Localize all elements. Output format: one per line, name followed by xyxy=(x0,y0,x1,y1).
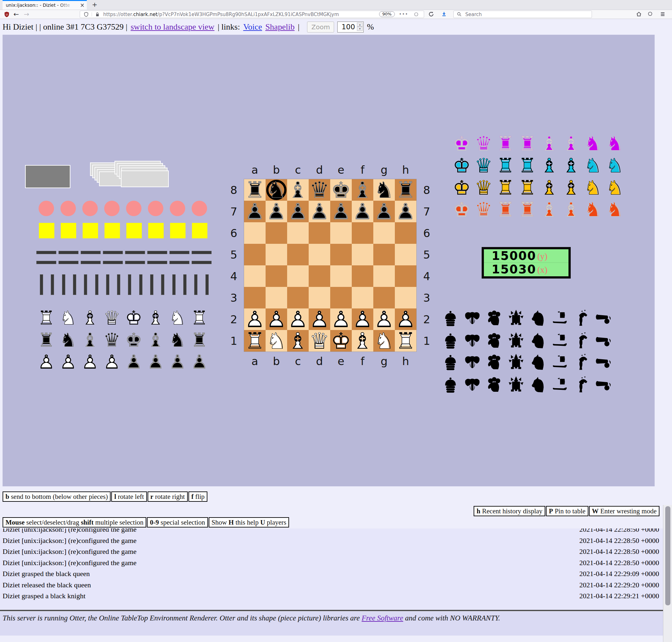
board-piece-g8[interactable]: ♞♘ xyxy=(373,179,396,201)
vertical-bar[interactable] xyxy=(95,274,99,295)
library-piece[interactable]: ♝♗ xyxy=(80,330,100,350)
horizontal-bar[interactable] xyxy=(36,251,56,254)
orange-piece[interactable]: ♛♕ xyxy=(474,200,493,220)
magenta-piece[interactable]: ♚♔ xyxy=(452,134,472,154)
zebra-piece[interactable] xyxy=(529,332,547,350)
reload-icon[interactable] xyxy=(428,11,434,17)
board-piece-g7[interactable]: ♟♙ xyxy=(373,201,396,223)
yellow-square[interactable] xyxy=(61,223,76,238)
magenta-piece[interactable]: ♜♖ xyxy=(517,134,537,154)
horizontal-bar[interactable] xyxy=(59,251,78,254)
library-piece[interactable]: ♜♖ xyxy=(37,330,56,350)
library-piece[interactable]: ♟♙ xyxy=(168,352,187,372)
library-piece[interactable]: ♟♙ xyxy=(146,352,165,372)
magenta-piece[interactable]: ♝♗ xyxy=(561,134,581,154)
library-piece[interactable]: ♟♙ xyxy=(37,352,56,372)
voice-link[interactable]: Voice xyxy=(243,22,262,32)
yellow-square[interactable] xyxy=(104,223,120,238)
horizontal-bar[interactable] xyxy=(192,261,211,264)
cyan-piece[interactable]: ♞♘ xyxy=(583,156,603,176)
reader-circle-icon[interactable] xyxy=(414,12,419,17)
library-piece[interactable]: ♚♔ xyxy=(124,330,143,350)
pink-disc[interactable] xyxy=(192,201,207,216)
yellow-square[interactable] xyxy=(170,223,185,238)
board-piece-b2[interactable]: ♟♙ xyxy=(265,308,288,331)
library-piece[interactable]: ♟♙ xyxy=(124,352,143,372)
hat-piece[interactable] xyxy=(441,309,460,328)
board-piece-c8[interactable]: ♝♗ xyxy=(287,179,309,201)
vertical-bar[interactable] xyxy=(62,274,65,295)
download-icon[interactable] xyxy=(441,11,447,17)
board-piece-h7[interactable]: ♟♙ xyxy=(395,201,417,223)
library-piece[interactable]: ♜♖ xyxy=(190,308,209,328)
cyan-piece[interactable]: ♚♔ xyxy=(452,156,472,176)
board-piece-d2[interactable]: ♟♙ xyxy=(308,308,331,331)
hat-piece[interactable] xyxy=(441,332,460,350)
board-piece-a8[interactable]: ♜♖ xyxy=(244,179,266,201)
boat-piece[interactable] xyxy=(551,354,569,372)
orange-piece[interactable]: ♜♖ xyxy=(495,200,515,220)
pink-disc[interactable] xyxy=(170,201,185,216)
board-piece-e8[interactable]: ♚♔ xyxy=(330,179,352,201)
orange-piece[interactable]: ♜♖ xyxy=(517,200,537,220)
cyan-piece[interactable]: ♝♗ xyxy=(539,156,559,176)
cyan-piece[interactable]: ♝♗ xyxy=(561,156,581,176)
elephant-piece[interactable] xyxy=(463,354,481,372)
library-piece[interactable]: ♝♗ xyxy=(146,330,165,350)
board-piece-e1[interactable]: ♚♔ xyxy=(330,330,352,352)
vertical-bar[interactable] xyxy=(117,274,120,295)
elephant-piece[interactable] xyxy=(463,332,481,350)
gold-piece[interactable]: ♚♔ xyxy=(452,178,472,198)
unicorn-piece[interactable] xyxy=(485,332,503,350)
cannon-piece[interactable] xyxy=(595,376,612,394)
spinner-up-icon[interactable]: ▴ xyxy=(357,23,363,27)
library-piece[interactable]: ♛♕ xyxy=(102,330,121,350)
library-piece[interactable]: ♟♙ xyxy=(190,352,209,372)
library-piece[interactable]: ♞♘ xyxy=(168,308,187,328)
giraffe-piece[interactable] xyxy=(573,332,591,350)
board-piece-f1[interactable]: ♝♗ xyxy=(351,330,374,352)
card[interactable] xyxy=(121,170,169,187)
horizontal-bar[interactable] xyxy=(36,261,56,264)
magenta-piece[interactable]: ♝♗ xyxy=(539,134,559,154)
fortress-piece[interactable] xyxy=(507,309,525,328)
zebra-piece[interactable] xyxy=(529,309,547,328)
library-piece[interactable]: ♟♙ xyxy=(102,352,121,372)
board-piece-c2[interactable]: ♟♙ xyxy=(287,308,309,331)
pink-disc[interactable] xyxy=(82,201,98,216)
vertical-bar[interactable] xyxy=(106,274,109,295)
zoom-button[interactable]: Zoom xyxy=(307,22,334,33)
lock-icon[interactable] xyxy=(95,12,100,17)
horizontal-bar[interactable] xyxy=(59,261,78,264)
horizontal-bar[interactable] xyxy=(147,261,167,264)
horizontal-bar[interactable] xyxy=(81,261,101,264)
horizontal-bar[interactable] xyxy=(125,261,145,264)
vertical-bar[interactable] xyxy=(172,274,176,295)
hat-piece[interactable] xyxy=(441,354,460,372)
board-piece-g2[interactable]: ♟♙ xyxy=(373,308,396,331)
pink-disc[interactable] xyxy=(104,201,120,216)
board-piece-h1[interactable]: ♜♖ xyxy=(395,330,417,352)
spinner-down-icon[interactable]: ▾ xyxy=(357,27,363,31)
home-icon[interactable] xyxy=(636,11,642,17)
board-piece-e2[interactable]: ♟♙ xyxy=(330,308,352,331)
boat-piece[interactable] xyxy=(551,332,569,350)
pink-disc[interactable] xyxy=(61,201,76,216)
boat-piece[interactable] xyxy=(551,376,569,394)
board-piece-d1[interactable]: ♛♕ xyxy=(308,330,331,352)
vertical-bar[interactable] xyxy=(84,274,87,295)
vertical-bar[interactable] xyxy=(73,274,76,295)
zoom-value-input[interactable]: 100 ▴ ▾ xyxy=(337,22,364,33)
board-piece-d7[interactable]: ♟♙ xyxy=(308,201,331,223)
vertical-bar[interactable] xyxy=(128,274,131,295)
gold-piece[interactable]: ♜♖ xyxy=(517,178,537,198)
counter-display[interactable]: 15000 (y) 15030 (x) xyxy=(482,247,571,279)
scrollbar-thumb[interactable] xyxy=(665,506,670,605)
vertical-bar[interactable] xyxy=(40,274,43,295)
magenta-piece[interactable]: ♞♘ xyxy=(583,134,603,154)
elephant-piece[interactable] xyxy=(463,309,481,328)
library-piece[interactable]: ♜♖ xyxy=(190,330,209,350)
cyan-piece[interactable]: ♜♖ xyxy=(517,156,537,176)
free-software-link[interactable]: Free Software xyxy=(362,614,403,622)
orange-piece[interactable]: ♚♔ xyxy=(452,200,472,220)
